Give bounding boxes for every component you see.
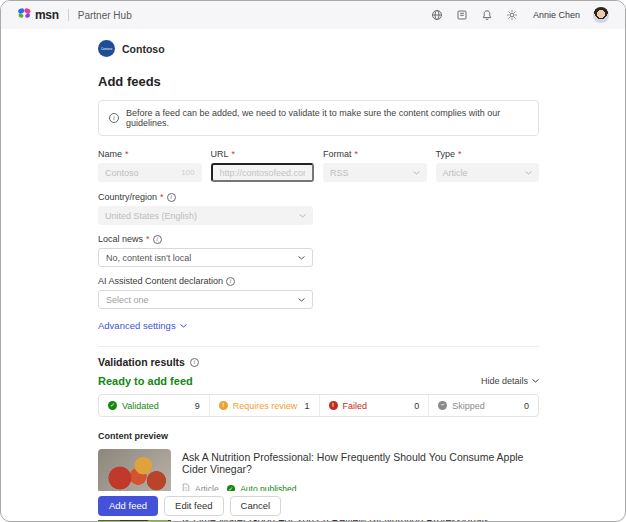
add-feed-button[interactable]: Add feed	[98, 496, 158, 516]
type-select: Article	[436, 163, 540, 182]
country-label: Country/region	[98, 192, 157, 202]
msn-logo-text: msn	[35, 8, 59, 22]
name-char-counter: 100	[181, 168, 194, 177]
ai-declaration-label: AI Assisted Content declaration	[98, 276, 223, 286]
type-field-group: Type * Article	[436, 149, 540, 182]
topbar-actions: Annie Chen	[431, 7, 609, 23]
required-marker: *	[160, 192, 164, 202]
format-value: RSS	[330, 168, 349, 178]
name-input: Contoso 100	[98, 163, 202, 182]
stat-label: Skipped	[452, 401, 485, 411]
required-marker: *	[125, 149, 129, 159]
stat-label: Validated	[122, 401, 159, 411]
main-content: Add feeds i Before a feed can be added, …	[1, 74, 625, 522]
chevron-down-icon	[299, 214, 306, 218]
hide-details-label: Hide details	[481, 376, 528, 386]
article-title: Ask A Nutrition Professional: How Freque…	[182, 451, 539, 475]
chevron-down-icon	[532, 379, 539, 383]
language-globe-icon[interactable]	[431, 9, 443, 21]
name-value: Contoso	[105, 168, 139, 178]
validation-results-title: Validation results	[98, 356, 185, 368]
info-icon: i	[109, 113, 119, 123]
guide-icon[interactable]	[456, 9, 468, 21]
stat-count: 0	[524, 401, 529, 411]
section-divider	[98, 346, 539, 347]
stat-label: Failed	[343, 401, 368, 411]
format-field-group: Format * RSS	[323, 149, 427, 182]
top-bar: msn Partner Hub	[1, 1, 625, 29]
validation-info-banner: i Before a feed can be added, we need to…	[98, 100, 539, 136]
user-name[interactable]: Annie Chen	[533, 10, 580, 20]
ai-declaration-placeholder: Select one	[106, 295, 149, 305]
settings-gear-icon[interactable]	[506, 9, 518, 21]
local-news-select[interactable]: No, content isn't local	[98, 248, 313, 267]
chevron-down-icon	[298, 298, 305, 302]
local-news-value: No, content isn't local	[106, 253, 191, 263]
local-news-field-group: Local news * i No, content isn't local	[98, 234, 539, 267]
check-circle-icon: ✓	[108, 401, 117, 410]
skip-circle-icon: −	[438, 401, 447, 410]
msn-butterfly-icon	[17, 6, 32, 24]
chevron-down-icon	[298, 256, 305, 260]
hide-details-toggle[interactable]: Hide details	[481, 376, 539, 386]
chevron-down-icon	[413, 171, 420, 175]
warning-circle-icon: !	[219, 401, 228, 410]
stat-requires-review: ! Requires review 1	[209, 395, 319, 416]
chevron-down-icon	[525, 171, 532, 175]
name-label: Name	[98, 149, 122, 159]
local-news-info-icon: i	[153, 235, 162, 244]
ai-declaration-select[interactable]: Select one	[98, 290, 313, 309]
country-value: United States (English)	[105, 211, 197, 221]
required-marker: *	[458, 149, 462, 159]
url-input	[211, 163, 315, 182]
validation-stats-bar: ✓ Validated 9 ! Requires review 1 ! Fail…	[98, 394, 539, 417]
stat-failed: ! Failed 0	[319, 395, 429, 416]
error-circle-icon: !	[329, 401, 338, 410]
stat-label: Requires review	[233, 401, 298, 411]
footer-action-bar: Add feed Edit feed Cancel	[2, 491, 624, 520]
msn-logo[interactable]: msn	[17, 6, 59, 24]
name-field-group: Name * Contoso 100	[98, 149, 202, 182]
url-field-group: URL *	[211, 149, 315, 182]
url-label: URL	[211, 149, 229, 159]
org-avatar: Contoso	[98, 40, 115, 57]
ai-declaration-field-group: AI Assisted Content declaration i Select…	[98, 276, 539, 309]
format-label: Format	[323, 149, 352, 159]
required-marker: *	[355, 149, 359, 159]
partner-hub-window: msn Partner Hub	[0, 0, 626, 522]
validation-info-icon: i	[190, 358, 199, 367]
stat-count: 0	[414, 401, 419, 411]
stat-count: 9	[195, 401, 200, 411]
format-select: RSS	[323, 163, 427, 182]
stat-count: 1	[304, 401, 309, 411]
advanced-settings-toggle[interactable]: Advanced settings	[98, 320, 187, 331]
type-label: Type	[436, 149, 456, 159]
topbar-divider	[68, 9, 69, 21]
ai-declaration-info-icon: i	[226, 277, 235, 286]
advanced-settings-label: Advanced settings	[98, 320, 176, 331]
org-name: Contoso	[122, 43, 165, 55]
page-title: Add feeds	[98, 74, 539, 89]
banner-text: Before a feed can be added, we need to v…	[126, 108, 528, 128]
article-thumbnail	[98, 449, 171, 493]
country-select: United States (English)	[98, 206, 313, 225]
edit-feed-button[interactable]: Edit feed	[164, 496, 224, 516]
type-value: Article	[443, 168, 468, 178]
country-field-group: Country/region * i United States (Englis…	[98, 192, 539, 225]
feed-form-row: Name * Contoso 100 URL * Format *	[98, 149, 539, 182]
required-marker: *	[232, 149, 236, 159]
stat-skipped: − Skipped 0	[428, 395, 538, 416]
app-name: Partner Hub	[78, 10, 132, 21]
user-avatar[interactable]	[593, 7, 609, 23]
required-marker: *	[146, 234, 150, 244]
cancel-button[interactable]: Cancel	[230, 496, 282, 516]
local-news-label: Local news	[98, 234, 143, 244]
validation-results-header: Validation results i	[98, 356, 539, 368]
chevron-down-icon	[180, 324, 187, 328]
country-info-icon: i	[167, 193, 176, 202]
validation-status-text: Ready to add feed	[98, 375, 193, 387]
notifications-bell-icon[interactable]	[481, 9, 493, 21]
account-selector[interactable]: Contoso Contoso	[1, 29, 625, 64]
content-preview-title: Content preview	[98, 431, 539, 441]
stat-validated: ✓ Validated 9	[99, 395, 209, 416]
